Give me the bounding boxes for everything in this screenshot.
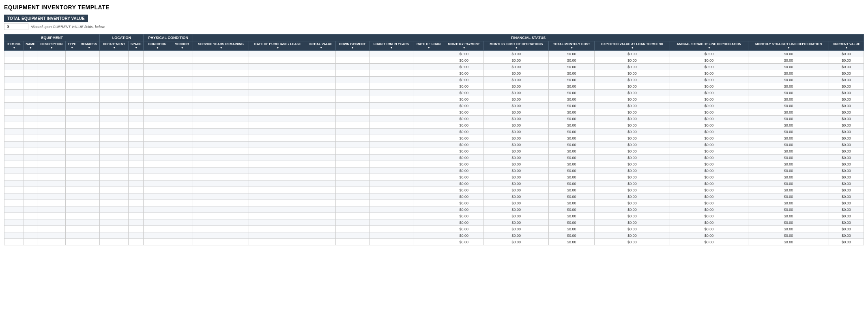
table-cell[interactable] — [249, 219, 306, 226]
table-cell[interactable] — [128, 161, 144, 168]
table-cell[interactable]: $0.00 — [748, 122, 829, 129]
table-cell[interactable]: $0.00 — [549, 239, 595, 245]
table-cell[interactable] — [144, 96, 171, 103]
table-cell[interactable] — [4, 180, 24, 187]
table-cell[interactable] — [78, 142, 99, 148]
table-cell[interactable]: $0.00 — [444, 232, 483, 239]
table-cell[interactable] — [369, 213, 413, 219]
table-cell[interactable]: $0.00 — [595, 213, 670, 219]
table-cell[interactable] — [37, 148, 66, 155]
table-cell[interactable] — [128, 51, 144, 57]
table-cell[interactable] — [100, 64, 129, 70]
table-cell[interactable] — [128, 64, 144, 70]
table-cell[interactable]: $0.00 — [670, 70, 748, 77]
table-cell[interactable] — [249, 239, 306, 245]
table-cell[interactable] — [78, 77, 99, 83]
table-cell[interactable]: $0.00 — [444, 64, 483, 70]
table-cell[interactable] — [144, 232, 171, 239]
table-cell[interactable] — [171, 213, 193, 219]
table-cell[interactable]: $0.00 — [829, 96, 864, 103]
table-cell[interactable]: $0.00 — [670, 142, 748, 148]
table-cell[interactable]: $0.00 — [484, 129, 549, 135]
table-cell[interactable] — [413, 51, 444, 57]
table-cell[interactable] — [78, 122, 99, 129]
table-cell[interactable] — [78, 70, 99, 77]
table-cell[interactable] — [66, 219, 78, 226]
table-cell[interactable]: $0.00 — [595, 96, 670, 103]
col-date-purchase[interactable]: DATE OF PURCHASE / LEASE▼ — [249, 41, 306, 51]
table-cell[interactable] — [171, 103, 193, 109]
table-cell[interactable]: $0.00 — [484, 200, 549, 206]
table-cell[interactable] — [37, 155, 66, 161]
table-cell[interactable]: $0.00 — [444, 219, 483, 226]
table-cell[interactable]: $0.00 — [484, 109, 549, 116]
table-cell[interactable]: $0.00 — [484, 226, 549, 232]
table-cell[interactable]: $0.00 — [484, 142, 549, 148]
table-cell[interactable] — [100, 206, 129, 213]
col-condition[interactable]: CONDITION▼ — [144, 41, 171, 51]
table-cell[interactable] — [193, 226, 249, 232]
table-cell[interactable] — [128, 70, 144, 77]
table-cell[interactable] — [193, 213, 249, 219]
table-cell[interactable] — [335, 213, 369, 219]
table-cell[interactable] — [413, 148, 444, 155]
table-cell[interactable] — [66, 64, 78, 70]
table-cell[interactable] — [144, 180, 171, 187]
table-cell[interactable]: $0.00 — [748, 168, 829, 174]
table-cell[interactable] — [413, 206, 444, 213]
table-cell[interactable]: $0.00 — [670, 180, 748, 187]
table-cell[interactable] — [128, 226, 144, 232]
table-cell[interactable] — [335, 193, 369, 200]
table-cell[interactable] — [144, 142, 171, 148]
table-cell[interactable]: $0.00 — [595, 122, 670, 129]
table-cell[interactable] — [100, 77, 129, 83]
table-cell[interactable] — [193, 122, 249, 129]
table-cell[interactable] — [100, 232, 129, 239]
table-cell[interactable] — [100, 239, 129, 245]
table-cell[interactable] — [66, 226, 78, 232]
table-cell[interactable] — [144, 239, 171, 245]
table-cell[interactable]: $0.00 — [595, 70, 670, 77]
table-cell[interactable] — [171, 206, 193, 213]
table-cell[interactable] — [335, 142, 369, 148]
table-cell[interactable] — [171, 155, 193, 161]
table-cell[interactable] — [4, 200, 24, 206]
table-cell[interactable]: $0.00 — [670, 109, 748, 116]
table-cell[interactable] — [24, 109, 37, 116]
table-cell[interactable] — [249, 96, 306, 103]
table-cell[interactable] — [171, 239, 193, 245]
table-cell[interactable] — [144, 129, 171, 135]
table-cell[interactable]: $0.00 — [748, 64, 829, 70]
table-cell[interactable] — [413, 64, 444, 70]
table-cell[interactable]: $0.00 — [549, 116, 595, 122]
table-cell[interactable] — [144, 193, 171, 200]
table-cell[interactable] — [369, 161, 413, 168]
table-cell[interactable] — [100, 180, 129, 187]
table-cell[interactable] — [128, 155, 144, 161]
table-cell[interactable] — [193, 77, 249, 83]
table-cell[interactable] — [66, 232, 78, 239]
table-cell[interactable]: $0.00 — [549, 135, 595, 142]
table-cell[interactable] — [171, 174, 193, 180]
table-cell[interactable]: $0.00 — [549, 57, 595, 64]
table-cell[interactable] — [37, 83, 66, 90]
table-cell[interactable]: $0.00 — [484, 232, 549, 239]
table-cell[interactable] — [37, 90, 66, 96]
table-cell[interactable] — [171, 77, 193, 83]
table-cell[interactable] — [128, 142, 144, 148]
table-cell[interactable] — [100, 122, 129, 129]
table-cell[interactable]: $0.00 — [748, 155, 829, 161]
table-cell[interactable] — [37, 213, 66, 219]
table-cell[interactable]: $0.00 — [484, 180, 549, 187]
table-cell[interactable] — [37, 64, 66, 70]
table-cell[interactable] — [4, 193, 24, 200]
table-cell[interactable]: $0.00 — [595, 109, 670, 116]
table-cell[interactable]: $0.00 — [484, 57, 549, 64]
table-cell[interactable] — [249, 116, 306, 122]
table-cell[interactable]: $0.00 — [829, 64, 864, 70]
table-cell[interactable] — [193, 142, 249, 148]
col-monthly-cost-ops[interactable]: MONTHLY COST OF OPERATIONS▼ — [484, 41, 549, 51]
table-cell[interactable] — [100, 83, 129, 90]
table-cell[interactable] — [335, 200, 369, 206]
table-cell[interactable]: $0.00 — [444, 148, 483, 155]
